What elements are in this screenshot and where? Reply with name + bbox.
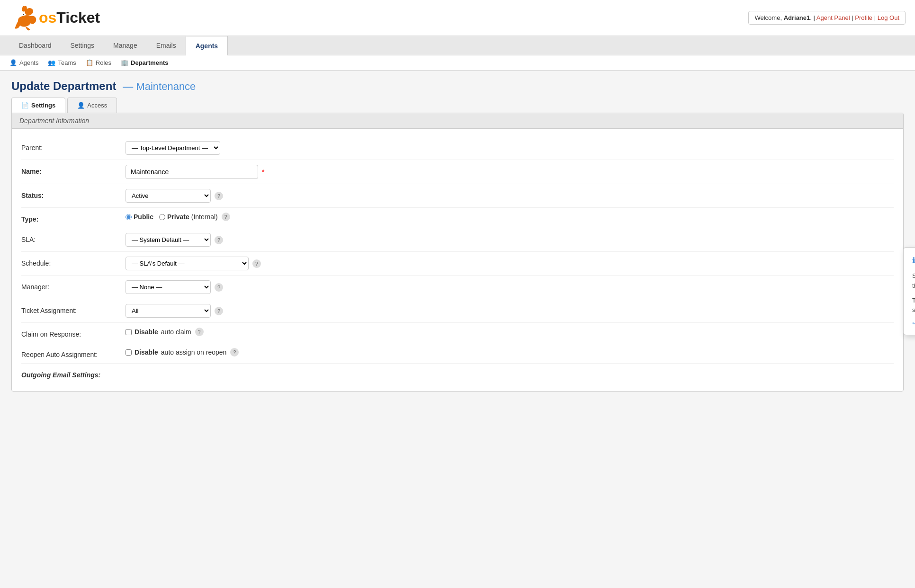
subnav-roles[interactable]: 📋 Roles: [86, 59, 111, 66]
schedule-select[interactable]: — SLA's Default —: [126, 257, 249, 270]
agent-panel-link[interactable]: Agent Panel: [816, 14, 850, 21]
page-subtitle: — Maintenance: [123, 80, 196, 92]
nav-agents[interactable]: Agents: [186, 36, 228, 55]
access-tab-icon: 👤: [77, 102, 85, 109]
roles-icon: 📋: [86, 59, 93, 66]
manage-schedules-arrow-icon: ↪: [912, 320, 915, 327]
claim-info-icon[interactable]: ?: [195, 328, 204, 336]
name-label: Name:: [21, 165, 126, 175]
reopen-checkbox-label[interactable]: Disable auto assign on reopen: [126, 348, 226, 356]
type-info-icon[interactable]: ?: [222, 213, 230, 221]
logo-icon: [9, 5, 38, 31]
content-area: Department Information Parent: — Top-Lev…: [11, 113, 904, 392]
header: osTicket Welcome, Adriane1. | Agent Pane…: [0, 0, 915, 36]
form-row-status: Status: Active Disabled ?: [21, 184, 894, 208]
departments-icon: 🏢: [121, 59, 128, 66]
manager-select[interactable]: — None —: [126, 280, 211, 294]
type-public-option[interactable]: Public: [126, 213, 153, 221]
parent-label: Parent:: [21, 141, 126, 151]
form-row-claim: Claim on Response: Disable auto claim ?: [21, 323, 894, 343]
nav-emails[interactable]: Emails: [147, 36, 186, 55]
ticket-assignment-info-icon[interactable]: ?: [215, 307, 223, 315]
schedule-label: Schedule:: [21, 257, 126, 267]
schedule-tooltip-popup: ℹ Schedule ⊙ Schedule used by SLA when r…: [903, 247, 915, 335]
status-select[interactable]: Active Disabled: [126, 189, 211, 203]
form-row-parent: Parent: — Top-Level Department —: [21, 136, 894, 160]
ticket-assignment-select[interactable]: All: [126, 304, 211, 318]
form-row-name: Name: *: [21, 160, 894, 184]
nav-dashboard[interactable]: Dashboard: [9, 36, 61, 55]
reopen-label: Reopen Auto Assignment:: [21, 348, 126, 358]
tab-bar: 📄 Settings 👤 Access: [0, 98, 915, 113]
sla-info-icon[interactable]: ?: [215, 236, 223, 244]
parent-control: — Top-Level Department —: [126, 141, 894, 155]
type-public-radio[interactable]: [126, 214, 132, 220]
sla-label: SLA:: [21, 233, 126, 243]
sla-control: — System Default — ?: [126, 233, 894, 247]
type-control: Public Private (Internal) ?: [126, 213, 894, 221]
form-row-schedule: Schedule: — SLA's Default — ? ℹ Schedule…: [21, 252, 894, 276]
claim-label: Claim on Response:: [21, 328, 126, 338]
form-row-sla: SLA: — System Default — ?: [21, 228, 894, 252]
profile-link[interactable]: Profile: [855, 14, 872, 21]
svg-point-6: [23, 14, 24, 15]
required-indicator: *: [262, 168, 264, 176]
tab-access[interactable]: 👤 Access: [67, 98, 117, 113]
subnav-agents[interactable]: 👤 Agents: [9, 59, 38, 66]
logout-link[interactable]: Log Out: [878, 14, 899, 21]
type-private-option[interactable]: Private (Internal): [159, 213, 218, 221]
status-control: Active Disabled ?: [126, 189, 894, 203]
teams-icon: 👥: [48, 59, 55, 66]
manager-info-icon[interactable]: ?: [215, 283, 223, 292]
subnav-departments[interactable]: 🏢 Departments: [121, 59, 168, 66]
nav-manage[interactable]: Manage: [104, 36, 147, 55]
name-input[interactable]: [126, 165, 258, 179]
page-title-area: Update Department — Maintenance: [0, 71, 915, 98]
reopen-checkbox[interactable]: [126, 349, 132, 356]
agents-icon: 👤: [9, 59, 17, 66]
type-private-radio[interactable]: [159, 214, 165, 220]
form-row-manager: Manager: — None — ?: [21, 276, 894, 299]
claim-checkbox[interactable]: [126, 329, 132, 335]
tab-settings[interactable]: 📄 Settings: [11, 98, 65, 113]
manager-label: Manager:: [21, 280, 126, 291]
claim-control: Disable auto claim ?: [126, 328, 894, 336]
schedule-control: — SLA's Default — ?: [126, 257, 894, 270]
ticket-assignment-label: Ticket Assignment:: [21, 304, 126, 314]
manager-control: — None — ?: [126, 280, 894, 294]
parent-select[interactable]: — Top-Level Department —: [126, 141, 220, 155]
manage-schedules-link[interactable]: ↪ Manage Schedules: [912, 320, 915, 327]
form-row-type: Type: Public Private (Internal) ?: [21, 208, 894, 228]
form-row-outgoing-email: Outgoing Email Settings:: [21, 364, 894, 383]
tooltip-title-left: ℹ Schedule: [912, 256, 915, 265]
sub-nav: 👤 Agents 👥 Teams 📋 Roles 🏢 Departments: [0, 55, 915, 71]
department-form: Parent: — Top-Level Department — Name: *…: [12, 129, 903, 391]
status-label: Status:: [21, 189, 126, 199]
tooltip-title-bar: ℹ Schedule ⊙: [912, 255, 915, 266]
settings-tab-icon: 📄: [21, 102, 29, 109]
form-row-reopen: Reopen Auto Assignment: Disable auto ass…: [21, 343, 894, 364]
reopen-control: Disable auto assign on reopen ?: [126, 348, 894, 356]
tooltip-info-icon: ℹ: [912, 256, 915, 265]
type-label: Type:: [21, 213, 126, 223]
subnav-teams[interactable]: 👥 Teams: [48, 59, 76, 66]
page-title: Update Department: [11, 80, 116, 92]
outgoing-email-label: Outgoing Email Settings:: [21, 368, 126, 379]
logo-text: osTicket: [39, 9, 100, 27]
name-control: *: [126, 165, 894, 179]
status-info-icon[interactable]: ?: [215, 192, 223, 200]
section-header: Department Information: [12, 113, 903, 129]
form-row-ticket-assignment: Ticket Assignment: All ?: [21, 299, 894, 323]
reopen-info-icon[interactable]: ?: [230, 348, 239, 356]
username: Adriane1: [784, 14, 810, 21]
tooltip-body1: Schedule used by SLA when rendering tick…: [912, 271, 915, 291]
tooltip-body2: This setting takes precedence over Syste…: [912, 296, 915, 316]
claim-checkbox-label[interactable]: Disable auto claim: [126, 328, 191, 336]
header-user-info: Welcome, Adriane1. | Agent Panel | Profi…: [748, 11, 906, 25]
nav-settings[interactable]: Settings: [61, 36, 104, 55]
form-wrapper: Parent: — Top-Level Department — Name: *…: [12, 129, 903, 391]
schedule-info-icon[interactable]: ?: [252, 259, 261, 268]
main-nav: Dashboard Settings Manage Emails Agents: [0, 36, 915, 55]
sla-select[interactable]: — System Default —: [126, 233, 211, 247]
type-radio-group: Public Private (Internal): [126, 213, 218, 221]
